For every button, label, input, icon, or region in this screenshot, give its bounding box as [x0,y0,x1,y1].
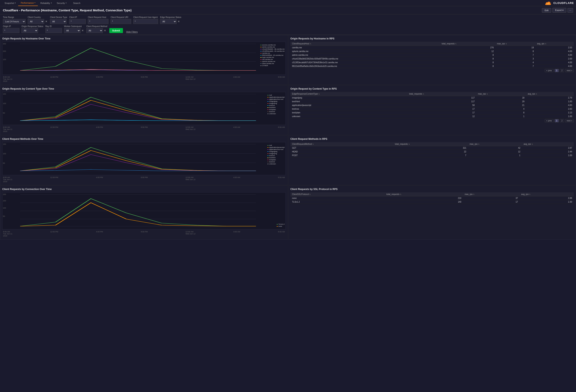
y-label-200: 200 [3,50,6,52]
legend-www: www.camilia.me [260,63,285,64]
filter-row-2: Origin IP Origin Response Status All Ray… [3,25,573,33]
time-range-select[interactable]: Last 24 hours [3,19,26,24]
edge-status-select[interactable]: All [160,19,177,24]
ct-page1[interactable]: 1 [555,119,559,122]
hostname-table-panel: Origin Requests by Hostname in RPS Clien… [288,35,576,85]
hostname-chart-panel: Origin Requests by Hostname Over Time 30… [0,35,288,85]
filter-request-method: Client Request Method All ✕ [86,25,107,33]
legend-access: access.camilia.me [260,44,285,46]
origin-ip-label: Origin IP [3,25,19,28]
request-uri-input[interactable] [111,19,131,24]
hostname-chart-svg [2,42,286,75]
submit-button[interactable]: Submit [109,28,123,33]
client-country-clear[interactable]: ✕ [45,20,48,23]
origin-ip-input[interactable] [3,28,19,33]
table-row: unknown1211.00 [290,115,574,118]
filter-time-range: Time Range Last 24 hours [3,16,26,24]
rm-th-max[interactable]: max_rps ⇅ [468,142,522,146]
table-row: admin.camilia.me874.00 [290,53,574,57]
main-content: Origin Requests by Hostname Over Time 30… [0,35,576,240]
rm-th-total[interactable]: total_requests ⇅ [393,142,468,146]
device-type-label: Client Device Type [50,16,67,18]
more-button[interactable]: ··· [568,8,573,13]
table-row: image/jpeg117182.79 [290,96,574,100]
request-method-chart-area: 150 100 50 null application/javascript a… [2,142,286,175]
ssl-th-max[interactable]: max_rps ⇅ [463,192,519,196]
content-type-chart-title: Origin Requests by Content Type Over Tim… [2,87,286,90]
connection-svg [2,193,286,229]
table-row: c4ca4238a0b923820dcc509a6f75849b.camilia… [290,57,574,61]
nav-security[interactable]: Security ▾ [54,0,69,6]
cloudflare-logo: CLOUDFLARE [544,1,574,5]
origin-status-select[interactable]: All [22,28,38,33]
content-type-chart-area: 150 100 50 null application/javascript a… [2,92,286,125]
device-type-select[interactable]: All [50,19,66,24]
ct-prev[interactable]: « prev [545,119,553,122]
table-row: f8522ebf95af9a9cc0b0c2663eebcb20.camilia… [290,64,574,68]
legend-net: net.camilia.me [260,58,285,60]
ray-id-input[interactable] [45,28,62,33]
export-button[interactable]: Export ▾ [552,8,566,13]
reliability-arrow: ▾ [51,2,52,4]
ssl-th-protocol[interactable]: ClientSSLProtocol ⇅ [290,192,385,196]
legend-admin: admin.camilia.me [260,46,285,48]
request-method-svg [2,142,286,175]
ssl-th-avg[interactable]: avg_rps ⇅ [519,192,574,196]
worker-select[interactable]: All [64,28,81,33]
worker-clear[interactable]: ✕ [81,29,84,32]
user-agent-label: Client Request User Agent [133,16,158,18]
client-ip-input[interactable] [69,19,86,24]
ssl-table-title: Client Requests by SSL Protocol in RPS [290,188,574,191]
filter-device-type: Client Device Type All [50,16,67,24]
filter-edge-status: Edge Response Status All ✕ [160,16,181,24]
rm-th-method[interactable]: ClientRequestMethod ⇅ [290,142,393,146]
ct-next[interactable]: next » [565,119,574,122]
content-type-table-panel: Origin Request by Content Type in RPS Ed… [288,85,576,135]
request-method-table-panel: Client Request Methods in RPS ClientRequ… [288,135,576,185]
table-row: c513f53ecafa067c9247304d538e1e32.camilia… [290,61,574,64]
filter-request-uri: Client Request URI [111,16,131,24]
hide-filters[interactable]: Hide Filters [126,30,138,33]
edit-button[interactable]: Edit [542,8,551,13]
hostname-prev[interactable]: « prev [545,69,553,72]
rm-th-avg[interactable]: avg_rps ⇅ [522,142,574,146]
nav-snapshot[interactable]: Snapshot ▾ [2,0,18,6]
request-host-input[interactable] [88,19,109,24]
hostname-page2[interactable]: 2 [560,69,564,72]
ct-th-type[interactable]: EdgeResponseContentType ⇅ [290,92,408,96]
ray-id-label: Ray ID [45,25,62,28]
hostname-chart-legend: access.camilia.me admin.camilia.me c4ca4… [260,44,285,66]
filter-client-country: Client Country All ✕ [28,16,48,24]
th-max[interactable]: max_rps ⇅ [495,42,536,46]
filter-origin-status: Origin Response Status All [22,25,43,33]
th-total[interactable]: total_requests ⇅ [440,42,495,46]
ct-th-total[interactable]: total_requests ⇅ [407,92,476,96]
hostname-page1[interactable]: 1 [555,69,559,72]
legend-f852: f8522e0f95af...20.camilia.me [260,54,285,56]
nav-performance[interactable]: Performance ▾ [18,0,38,6]
connection-chart-title: Client Requests by Connection Over Time [2,188,286,191]
content-type-x-labels: 8:00 AMTue Jun 112019 12:00 PM 4:00 PM 8… [2,126,286,133]
user-agent-input[interactable] [133,19,158,24]
cloudflare-text: CLOUDFLARE [553,1,574,4]
ct-th-max[interactable]: max_rps ⇅ [476,92,526,96]
ct-th-avg[interactable]: avg_rps ⇅ [526,92,574,96]
nav-reliability[interactable]: Reliability ▾ [38,0,54,6]
table-row: none210372.88 [290,196,574,200]
client-country-label: Client Country [28,16,48,18]
th-avg[interactable]: avg_rps ⇅ [535,42,574,46]
request-method-clear[interactable]: ✕ [103,29,107,32]
filter-client-ip: Client IP [69,16,86,24]
legend-other: OTHER [260,65,285,66]
request-method-select[interactable]: All [86,28,103,33]
content-type-chart-panel: Origin Requests by Content Type Over Tim… [0,85,288,135]
hostname-next[interactable]: next » [565,69,574,72]
th-host[interactable]: ClientRequestHost ⇅ [290,42,440,46]
ct-page2[interactable]: 2 [560,119,564,122]
nav-search[interactable]: Search [71,0,83,6]
edge-status-clear[interactable]: ✕ [177,20,180,23]
table-row: TLSv1.2140172.30 [290,200,574,204]
ssl-th-total[interactable]: total_requests ⇅ [385,192,463,196]
client-country-select[interactable]: All [28,19,44,24]
page-header: Cloudflare - Performance (Hostname, Cont… [0,6,576,14]
